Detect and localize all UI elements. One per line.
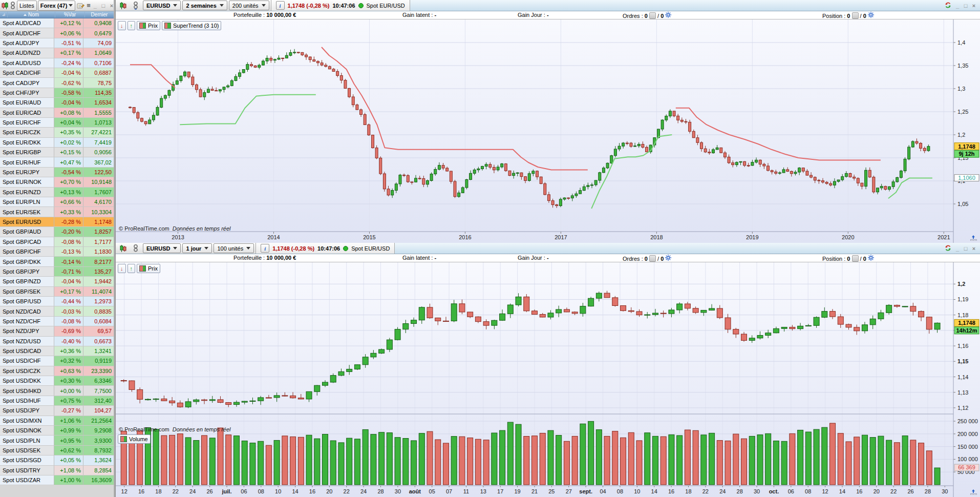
- column-header-var[interactable]: %Var: [55, 12, 84, 17]
- list-item[interactable]: Spot EUR/NZD+0,13 %1,7607: [0, 188, 114, 197]
- position-icon[interactable]: [852, 12, 859, 19]
- refresh-icon[interactable]: [944, 244, 952, 253]
- gear-icon[interactable]: [665, 13, 671, 19]
- refresh-icon[interactable]: [944, 2, 952, 10]
- orders-icon[interactable]: [649, 12, 656, 19]
- list-item[interactable]: Spot EUR/DKK+0,02 %7,4419: [0, 138, 114, 148]
- list-item[interactable]: Spot GBP/NZD-0,04 %1,9442: [0, 277, 114, 286]
- list-item[interactable]: Spot USD/CHF+0,32 %0,9119: [0, 356, 114, 366]
- info-icon[interactable]: i: [261, 244, 269, 253]
- units-selector[interactable]: 100 unités: [214, 243, 254, 253]
- variation-cell: -0,20 %: [54, 227, 83, 236]
- list-item[interactable]: Spot USD/SGD+0,05 %1,3624: [0, 455, 114, 465]
- units-selector[interactable]: 200 unités: [229, 1, 269, 10]
- list-item[interactable]: Spot CAD/CHF-0,04 %0,6887: [0, 68, 114, 78]
- maximize-button[interactable]: □: [963, 245, 969, 252]
- list-item[interactable]: Spot EUR/USD-0,28 %1,1748: [0, 217, 114, 227]
- list-item[interactable]: Spot AUD/CAD+0,12 %0,9408: [0, 18, 114, 28]
- minimize-button[interactable]: _: [92, 3, 98, 9]
- link-icon[interactable]: [10, 1, 16, 11]
- collapse-indicator-button[interactable]: ↓: [118, 21, 126, 30]
- list-item[interactable]: Spot EUR/SEK+0,33 %10,3304: [0, 207, 114, 217]
- list-item[interactable]: Spot USD/SEK+0,62 %8,7932: [0, 446, 114, 455]
- list-item[interactable]: Spot CAD/JPY-0,62 %78,75: [0, 78, 114, 88]
- legend-price[interactable]: Prix: [137, 264, 160, 273]
- list-item[interactable]: Spot GBP/AUD-0,20 %1,8257: [0, 227, 114, 237]
- list-item[interactable]: Spot USD/HKD+0,00 %7,7500: [0, 386, 114, 396]
- list-item[interactable]: Spot USD/DKK+0,30 %6,3346: [0, 376, 114, 386]
- list-item[interactable]: Spot NZD/CAD-0,03 %0,8835: [0, 306, 114, 316]
- menu-icon[interactable]: ≡: [86, 1, 91, 11]
- minimize-button[interactable]: _: [954, 245, 961, 252]
- legend-supertrend[interactable]: SuperTrend (3 10): [162, 21, 221, 30]
- list-item[interactable]: Spot GBP/SEK+0,17 %11,4074: [0, 287, 114, 297]
- filter-icon[interactable]: ⊿: [0, 12, 7, 17]
- list-item[interactable]: Spot GBP/JPY-0,71 %135,27: [0, 267, 114, 277]
- minimize-button[interactable]: _: [954, 3, 961, 9]
- position-icon[interactable]: [852, 255, 859, 262]
- list-item[interactable]: Spot USD/ZAR+1,00 %16,3609: [0, 475, 114, 485]
- price-chart-daily[interactable]: 121618222426juil.06081014162022242830aoû…: [116, 262, 980, 497]
- list-item[interactable]: Spot USD/NOK+0,99 %9,2908: [0, 426, 114, 436]
- legend-price[interactable]: Prix: [137, 21, 160, 30]
- axis-settings-icon[interactable]: [969, 235, 978, 242]
- list-item[interactable]: Spot GBP/USD-0,44 %1,2973: [0, 297, 114, 306]
- list-item[interactable]: Spot USD/TRY+1,08 %8,2854: [0, 466, 114, 475]
- list-item[interactable]: Spot NZD/CHF-0,08 %0,6084: [0, 317, 114, 326]
- candlestick-icon[interactable]: [1, 1, 9, 11]
- legend-volume[interactable]: Volume: [118, 434, 151, 444]
- gear-icon[interactable]: [868, 256, 874, 262]
- list-item[interactable]: Spot USD/CZK+0,63 %23,3390: [0, 366, 114, 376]
- gear-icon[interactable]: [665, 256, 671, 262]
- list-item[interactable]: Spot USD/CAD+0,36 %1,3241: [0, 346, 114, 356]
- list-edit-icon[interactable]: [76, 1, 85, 11]
- list-item[interactable]: Spot EUR/PLN+0,66 %4,6170: [0, 197, 114, 207]
- list-item[interactable]: Spot NZD/USD-0,40 %0,6673: [0, 337, 114, 346]
- list-item[interactable]: Spot USD/JPY-0,27 %104,27: [0, 406, 114, 416]
- timeframe-selector[interactable]: 1 jour: [182, 243, 212, 253]
- maximize-button[interactable]: □: [963, 3, 969, 9]
- axis-settings-icon[interactable]: [969, 489, 978, 496]
- list-item[interactable]: Spot AUD/CHF+0,06 %0,6479: [0, 28, 114, 38]
- info-icon[interactable]: i: [276, 1, 285, 10]
- column-header-name[interactable]: Nom: [7, 12, 55, 17]
- list-item[interactable]: Spot GBP/CHF-0,13 %1,1830: [0, 247, 114, 257]
- candlestick-icon[interactable]: [117, 243, 129, 254]
- list-item[interactable]: Spot AUD/NZD+0,17 %1,0649: [0, 48, 114, 58]
- timeframe-selector[interactable]: 2 semaines: [182, 1, 227, 10]
- listes-button[interactable]: Listes: [17, 1, 37, 11]
- candlestick-icon[interactable]: [117, 1, 129, 11]
- expand-indicator-button[interactable]: ↑: [127, 264, 136, 273]
- column-header-last[interactable]: Dernier: [84, 12, 114, 17]
- list-item[interactable]: Spot AUD/USD-0,24 %0,7106: [0, 58, 114, 68]
- price-chart-weekly[interactable]: 2013201420152016201720182019202020211,41…: [116, 19, 980, 243]
- list-item[interactable]: Spot USD/HUF+0,75 %312,40: [0, 396, 114, 406]
- list-item[interactable]: Spot EUR/CHF+0,04 %1,0713: [0, 118, 114, 128]
- link-icon[interactable]: [130, 243, 141, 254]
- list-item[interactable]: Spot GBP/CAD-0,08 %1,7177: [0, 237, 114, 247]
- collapse-indicator-button[interactable]: ↓: [118, 264, 126, 273]
- list-selector[interactable]: Forex (47): [38, 1, 76, 11]
- gear-icon[interactable]: [868, 13, 874, 19]
- list-item[interactable]: Spot USD/PLN+0,95 %3,9300: [0, 436, 114, 445]
- link-icon[interactable]: [130, 1, 141, 11]
- list-item[interactable]: Spot NZD/JPY-0,69 %69,57: [0, 326, 114, 336]
- close-button[interactable]: ×: [971, 245, 977, 252]
- expand-indicator-button[interactable]: ↑: [127, 21, 136, 30]
- list-item[interactable]: Spot CHF/JPY-0,58 %114,35: [0, 88, 114, 98]
- symbol-selector[interactable]: EURUSD: [143, 243, 181, 253]
- list-item[interactable]: Spot USD/MXN+1,06 %21,2564: [0, 416, 114, 426]
- list-item[interactable]: Spot GBP/DKK-0,14 %8,2177: [0, 257, 114, 266]
- list-item[interactable]: Spot EUR/GBP+0,15 %0,9056: [0, 148, 114, 157]
- maximize-button[interactable]: □: [100, 3, 106, 9]
- symbol-selector[interactable]: EURUSD: [143, 1, 181, 10]
- list-item[interactable]: Spot EUR/JPY-0,54 %122,50: [0, 168, 114, 177]
- close-button[interactable]: ×: [971, 3, 977, 9]
- list-item[interactable]: Spot AUD/JPY-0,51 %74,09: [0, 38, 114, 48]
- orders-icon[interactable]: [649, 255, 656, 262]
- list-item[interactable]: Spot EUR/AUD-0,04 %1,6534: [0, 98, 114, 108]
- list-item[interactable]: Spot EUR/CZK+0,35 %27,4221: [0, 128, 114, 137]
- list-item[interactable]: Spot EUR/CAD+0,08 %1,5555: [0, 108, 114, 118]
- list-item[interactable]: Spot EUR/HUF+0,47 %367,02: [0, 157, 114, 167]
- list-item[interactable]: Spot EUR/NOK+0,70 %10,9148: [0, 177, 114, 187]
